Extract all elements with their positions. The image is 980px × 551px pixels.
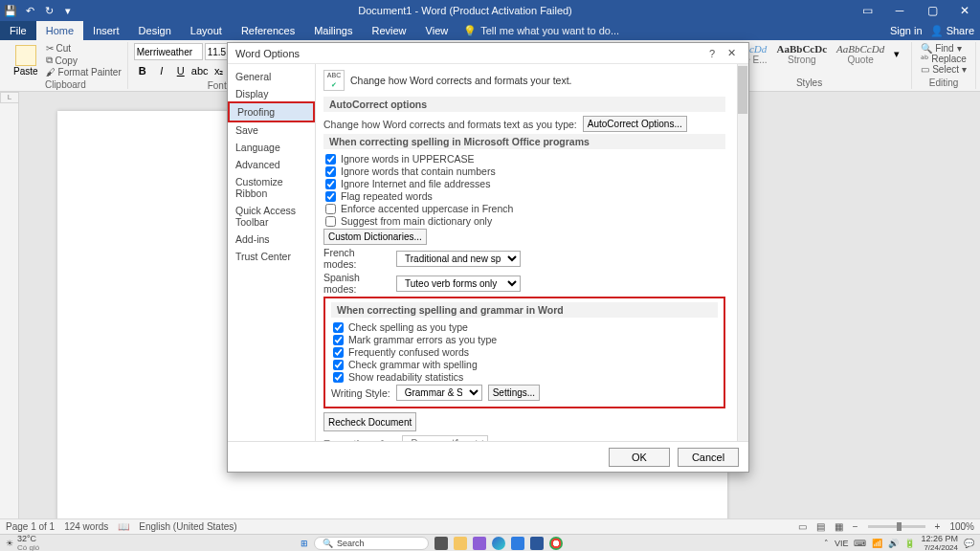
language-status[interactable]: English (United States) [139,521,236,532]
tab-review[interactable]: Review [363,21,416,40]
tab-references[interactable]: References [232,21,304,40]
edge-icon[interactable] [492,537,505,550]
spellcheck-icon[interactable]: 📖 [118,521,129,532]
print-layout-icon[interactable]: ▤ [816,521,825,532]
notifications-icon[interactable]: 💬 [964,539,974,548]
tab-file[interactable]: File [0,21,36,40]
spanish-modes-select[interactable]: Tuteo verb forms only [396,276,521,292]
ime-indicator[interactable]: VIE [835,539,849,548]
tab-view[interactable]: View [416,21,458,40]
app-icon[interactable] [511,537,524,550]
task-view-icon[interactable] [434,537,448,550]
italic-button[interactable]: I [153,62,170,79]
close-icon[interactable]: ✕ [953,4,976,17]
style-quote[interactable]: AaBbCcDdQuote [836,43,884,65]
chk-readability[interactable]: Show readability statistics [331,371,718,383]
undo-icon[interactable]: ↶ [23,4,36,17]
web-layout-icon[interactable]: ▦ [835,521,843,532]
chk-ignore-uppercase[interactable]: Ignore words in UPPERCASE [323,153,725,165]
chk-main-dictionary[interactable]: Suggest from main dictionary only [323,215,725,227]
ok-button[interactable]: OK [609,448,670,467]
cut-button[interactable]: ✂Cut [46,43,122,54]
nav-customize-ribbon[interactable]: Customize Ribbon [228,173,315,202]
chk-ignore-numbers[interactable]: Ignore words that contain numbers [323,165,725,177]
nav-advanced[interactable]: Advanced [228,156,315,173]
maximize-icon[interactable]: ▢ [921,4,944,17]
dialog-close-icon[interactable]: ✕ [722,47,741,59]
bold-button[interactable]: B [134,62,151,79]
chk-flag-repeated[interactable]: Flag repeated words [323,190,725,202]
word-count[interactable]: 124 words [64,521,108,532]
subscript-button[interactable]: x₂ [211,62,228,79]
chk-french-accent[interactable]: Enforce accented uppercase in French [323,203,725,214]
battery-icon[interactable]: 🔋 [904,539,915,548]
chk-mark-grammar[interactable]: Mark grammar errors as you type [331,334,718,345]
sign-in[interactable]: Sign in [890,25,923,36]
cancel-button[interactable]: Cancel [678,448,739,467]
clock-date[interactable]: 7/24/2024 [921,543,958,551]
zoom-out-icon[interactable]: − [853,521,858,532]
exceptions-select[interactable]: Document1 [402,435,488,441]
redo-icon[interactable]: ↻ [42,4,56,17]
select-button[interactable]: ▭Select▾ [918,64,969,75]
help-icon[interactable]: ? [702,48,722,59]
chk-grammar-with-spelling[interactable]: Check grammar with spelling [331,359,718,370]
custom-dictionaries-button[interactable]: Custom Dictionaries... [323,229,427,245]
start-icon[interactable]: ⊞ [301,539,308,548]
nav-trust-center[interactable]: Trust Center [228,248,315,265]
wifi-icon[interactable]: 📶 [872,539,882,548]
zoom-in-icon[interactable]: + [935,521,941,532]
chk-check-spelling[interactable]: Check spelling as you type [331,321,718,333]
settings-button[interactable]: Settings... [488,385,540,401]
page-count[interactable]: Page 1 of 1 [6,521,55,532]
tab-insert[interactable]: Insert [83,21,129,40]
save-icon[interactable]: 💾 [4,4,17,17]
tab-mailings[interactable]: Mailings [304,21,362,40]
qat-dropdown-icon[interactable]: ▾ [61,4,75,17]
scrollbar[interactable] [737,64,748,441]
tell-me[interactable]: 💡Tell me what you want to do... [457,21,625,40]
nav-general[interactable]: General [228,68,315,85]
paste-button[interactable]: Paste [10,43,42,78]
minimize-icon[interactable]: ─ [888,4,911,17]
input-icon[interactable]: ⌨ [854,539,866,548]
zoom-slider[interactable] [868,525,925,528]
replace-button[interactable]: ᵃᵇReplace [918,54,969,64]
nav-proofing[interactable]: Proofing [228,101,315,122]
zoom-level[interactable]: 100% [949,521,974,532]
explorer-icon[interactable] [454,537,467,550]
weather-widget[interactable]: ☀ 32°CCó gió [0,534,45,551]
clock-time[interactable]: 12:26 PM [921,534,958,543]
format-painter-button[interactable]: 🖌Format Painter [46,67,122,77]
word-icon[interactable] [530,537,544,550]
chk-confused-words[interactable]: Frequently confused words [331,346,718,358]
nav-save[interactable]: Save [228,121,315,139]
find-button[interactable]: 🔍Find▾ [918,43,969,54]
lightshot-icon[interactable] [473,537,486,550]
french-modes-select[interactable]: Traditional and new spellings [396,251,521,267]
underline-button[interactable]: U [172,62,189,79]
tab-design[interactable]: Design [129,21,181,40]
taskbar-search[interactable]: 🔍Search [314,537,429,550]
read-mode-icon[interactable]: ▭ [798,521,807,532]
font-name-select[interactable]: Merriweather [134,43,203,60]
volume-icon[interactable]: 🔊 [888,539,899,548]
writing-style-select[interactable]: Grammar & Style [396,385,482,401]
recheck-document-button[interactable]: Recheck Document [323,412,416,431]
copy-button[interactable]: ⧉Copy [46,55,122,66]
styles-more-icon[interactable]: ▾ [894,48,900,60]
nav-language[interactable]: Language [228,139,315,156]
style-strong[interactable]: AaBbCcDcStrong [777,43,828,65]
autocorrect-options-button[interactable]: AutoCorrect Options... [583,116,687,132]
ribbon-options-icon[interactable]: ▭ [856,4,879,17]
nav-display[interactable]: Display [228,85,315,102]
chrome-icon[interactable] [549,537,563,550]
chk-ignore-internet[interactable]: Ignore Internet and file addresses [323,178,725,189]
share-button[interactable]: 👤 Share [930,25,974,37]
nav-qat[interactable]: Quick Access Toolbar [228,202,315,231]
tab-layout[interactable]: Layout [181,21,232,40]
nav-addins[interactable]: Add-ins [228,231,315,248]
chevron-up-icon[interactable]: ˄ [824,539,829,548]
tab-home[interactable]: Home [36,21,83,40]
strike-button[interactable]: abc [191,62,209,79]
